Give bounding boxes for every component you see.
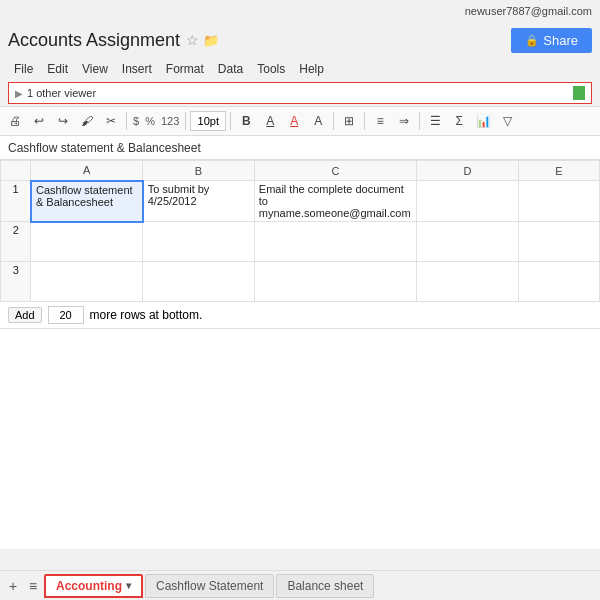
column-headers: A B C D E	[1, 161, 600, 181]
highlight-btn[interactable]: A	[307, 110, 329, 132]
cell-b3[interactable]	[143, 262, 255, 302]
share-button[interactable]: 🔒 Share	[511, 28, 592, 53]
col-header-e[interactable]: E	[518, 161, 599, 181]
menu-data[interactable]: Data	[212, 60, 249, 78]
sep2	[185, 112, 186, 130]
title-bar: Accounts Assignment ☆ 📁 🔒 Share	[0, 22, 600, 58]
filter-btn[interactable]: ▽	[496, 110, 518, 132]
menu-file[interactable]: File	[8, 60, 39, 78]
col-header-c[interactable]: C	[254, 161, 416, 181]
menu-view[interactable]: View	[76, 60, 114, 78]
cell-e1[interactable]	[518, 181, 599, 222]
print-btn[interactable]: 🖨	[4, 110, 26, 132]
sum-btn[interactable]: Σ	[448, 110, 470, 132]
cell-b1[interactable]: To submit by 4/25/2012	[143, 181, 255, 222]
add-rows-count[interactable]	[48, 306, 84, 324]
cell-a1[interactable]: Cashflow statement & Balancesheet	[31, 181, 143, 222]
sheet-tabs-bar: + ≡ Accounting ▾ Cashflow Statement Bala…	[0, 570, 600, 600]
redo-btn[interactable]: ↪	[52, 110, 74, 132]
text-color-btn[interactable]: A	[283, 110, 305, 132]
formula-bar: Cashflow statement & Balancesheet	[0, 136, 600, 160]
row-num-3: 3	[1, 262, 31, 302]
sep3	[230, 112, 231, 130]
menu-tools[interactable]: Tools	[251, 60, 291, 78]
tab-cashflow[interactable]: Cashflow Statement	[145, 574, 274, 598]
user-email: newuser7887@gmail.com	[465, 5, 592, 17]
underline-btn[interactable]: A	[259, 110, 281, 132]
top-bar: newuser7887@gmail.com	[0, 0, 600, 22]
percent-sign: %	[143, 115, 157, 127]
empty-area	[0, 329, 600, 549]
col-header-a[interactable]: A	[31, 161, 143, 181]
undo-btn[interactable]: ↩	[28, 110, 50, 132]
menu-insert[interactable]: Insert	[116, 60, 158, 78]
add-row-bar: Add more rows at bottom.	[0, 302, 600, 329]
menu-help[interactable]: Help	[293, 60, 330, 78]
tab-cashflow-label: Cashflow Statement	[156, 579, 263, 593]
select-tool-btn[interactable]: ✂	[100, 110, 122, 132]
chart-btn[interactable]: 📊	[472, 110, 494, 132]
toolbar: 🖨 ↩ ↪ 🖌 ✂ $ % 123 B A A A ⊞ ≡ ⇒ ☰ Σ 📊 ▽	[0, 106, 600, 136]
align-center-btn[interactable]: ☰	[424, 110, 446, 132]
cell-d2[interactable]	[417, 222, 519, 262]
star-icon[interactable]: ☆	[186, 32, 199, 48]
add-sheet-button[interactable]: +	[4, 577, 22, 595]
cell-content: Cashflow statement & Balancesheet	[8, 141, 201, 155]
folder-icon[interactable]: 📁	[203, 33, 219, 48]
tab-accounting-dropdown[interactable]: ▾	[126, 580, 131, 591]
font-size-input[interactable]	[190, 111, 226, 131]
menu-bar: File Edit View Insert Format Data Tools …	[0, 58, 600, 80]
tab-balance[interactable]: Balance sheet	[276, 574, 374, 598]
cell-a2[interactable]	[31, 222, 143, 262]
row-num-1: 1	[1, 181, 31, 222]
viewer-bar: ▶ 1 other viewer	[8, 82, 592, 104]
cell-e3[interactable]	[518, 262, 599, 302]
doc-title[interactable]: Accounts Assignment	[8, 30, 180, 51]
col-header-d[interactable]: D	[417, 161, 519, 181]
cell-c1[interactable]: Email the complete document to myname.so…	[254, 181, 416, 222]
cell-c3[interactable]	[254, 262, 416, 302]
table-row-2: 2	[1, 222, 600, 262]
add-rows-button[interactable]: Add	[8, 307, 42, 323]
add-rows-suffix: more rows at bottom.	[90, 308, 203, 322]
table-row: 1 Cashflow statement & Balancesheet To s…	[1, 181, 600, 222]
cell-e2[interactable]	[518, 222, 599, 262]
cell-c2[interactable]	[254, 222, 416, 262]
sep1	[126, 112, 127, 130]
viewer-left: ▶ 1 other viewer	[15, 87, 96, 99]
sep4	[333, 112, 334, 130]
viewer-arrow: ▶	[15, 88, 23, 99]
viewer-indicator	[573, 86, 585, 100]
title-icons: ☆ 📁	[186, 32, 219, 48]
sep5	[364, 112, 365, 130]
align-left-btn[interactable]: ≡	[369, 110, 391, 132]
viewer-text: 1 other viewer	[27, 87, 96, 99]
borders-btn[interactable]: ⊞	[338, 110, 360, 132]
cell-a3[interactable]	[31, 262, 143, 302]
tab-balance-label: Balance sheet	[287, 579, 363, 593]
cell-d1[interactable]	[417, 181, 519, 222]
sheet-table: A B C D E 1 Cashflow statement & Balance…	[0, 160, 600, 302]
table-row-3: 3	[1, 262, 600, 302]
format-paint-btn[interactable]: 🖌	[76, 110, 98, 132]
align-right-btn[interactable]: ⇒	[393, 110, 415, 132]
menu-edit[interactable]: Edit	[41, 60, 74, 78]
share-label: Share	[543, 33, 578, 48]
row-num-2: 2	[1, 222, 31, 262]
corner-cell	[1, 161, 31, 181]
cell-d3[interactable]	[417, 262, 519, 302]
zoom-label: 123	[159, 115, 181, 127]
col-header-b[interactable]: B	[143, 161, 255, 181]
title-left: Accounts Assignment ☆ 📁	[8, 30, 219, 51]
dollar-sign: $	[131, 115, 141, 127]
spreadsheet: A B C D E 1 Cashflow statement & Balance…	[0, 160, 600, 549]
sep6	[419, 112, 420, 130]
tab-accounting-label: Accounting	[56, 579, 122, 593]
cell-b2[interactable]	[143, 222, 255, 262]
sheet-list-button[interactable]: ≡	[24, 577, 42, 595]
tab-accounting[interactable]: Accounting ▾	[44, 574, 143, 598]
menu-format[interactable]: Format	[160, 60, 210, 78]
bold-btn[interactable]: B	[235, 110, 257, 132]
